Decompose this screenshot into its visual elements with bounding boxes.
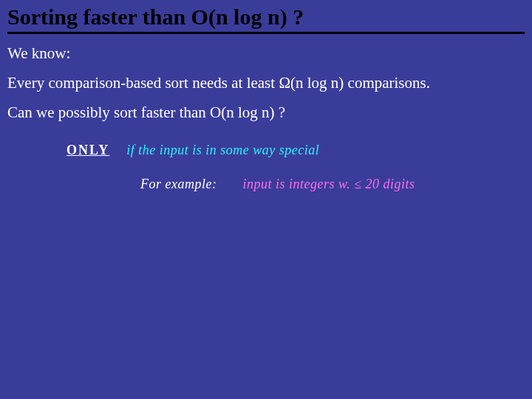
slide-body: We know: Every comparison-based sort nee… (7, 44, 525, 121)
handwritten-magenta-text: input is integers w. ≤ 20 digits (242, 177, 415, 191)
question-text: Can we possibly sort faster than O(n log… (7, 103, 525, 121)
handwritten-line-1: ONLY if the input is in some way special (66, 143, 525, 158)
handwritten-cyan-text-1: if the input is in some way special (126, 143, 319, 157)
for-example-label: For example: (140, 177, 216, 191)
lower-bound-statement: Every comparison-based sort needs at lea… (7, 74, 525, 92)
lead-in-text: We know: (7, 44, 525, 62)
slide: Sorting faster than O(n log n) ? We know… (0, 0, 532, 399)
handwritten-line-2: For example: input is integers w. ≤ 20 d… (140, 177, 525, 192)
slide-title: Sorting faster than O(n log n) ? (7, 4, 525, 34)
only-label: ONLY (66, 143, 109, 157)
